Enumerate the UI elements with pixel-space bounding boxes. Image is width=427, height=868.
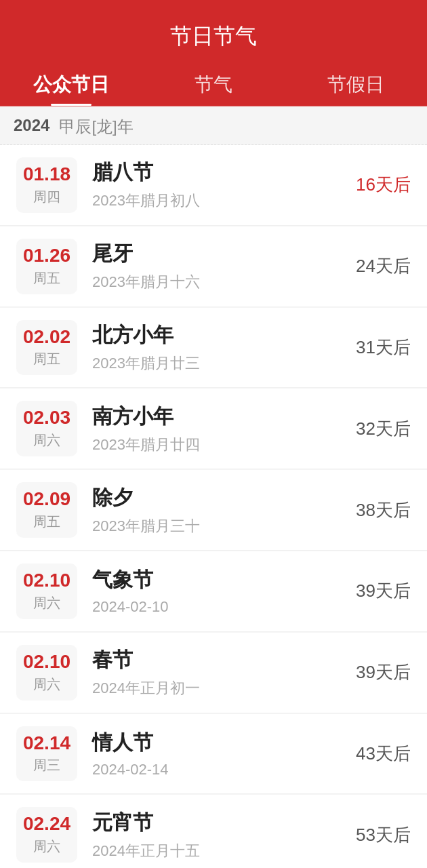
days-remaining: 39天后 [350,660,411,684]
date-week: 周六 [22,675,72,694]
days-remaining: 31天后 [350,336,411,359]
festival-info: 北方小年 2023年腊月廿三 [92,321,350,374]
festival-name: 春节 [92,646,350,674]
festival-info: 南方小年 2023年腊月廿四 [92,403,350,455]
date-box: 02.10 周六 [16,645,77,701]
date-main: 02.10 [22,652,72,673]
date-week: 周三 [22,756,72,774]
date-week: 周五 [22,269,72,288]
festival-name: 气象节 [92,566,350,594]
tab-statutory-holidays[interactable]: 节假日 [285,62,427,106]
days-remaining: 39天后 [350,579,411,603]
list-item[interactable]: 01.26 周五 尾牙 2023年腊月十六 24天后 [0,226,427,307]
festival-name: 除夕 [92,484,350,512]
date-week: 周四 [22,188,72,206]
date-week: 周五 [22,513,72,531]
date-box: 02.09 周五 [16,482,77,538]
festival-name: 元宵节 [92,809,350,837]
festival-name: 北方小年 [92,321,350,349]
date-box: 02.03 周六 [16,401,77,456]
date-week: 周六 [22,431,72,450]
date-week: 周五 [22,350,72,368]
days-remaining: 24天后 [350,254,411,278]
days-remaining: 53天后 [350,823,411,847]
festival-info: 气象节 2024-02-10 [92,566,350,616]
festival-info: 腊八节 2023年腊月初八 [92,159,350,211]
days-remaining: 16天后 [350,173,411,197]
page-title: 节日节气 [0,12,427,62]
list-item[interactable]: 02.03 周六 南方小年 2023年腊月廿四 32天后 [0,389,427,469]
days-remaining: 43天后 [350,742,411,766]
date-main: 01.18 [22,164,72,185]
header: 节日节气 公众节日 节气 节假日 [0,0,427,106]
tab-solar-terms[interactable]: 节气 [142,62,285,106]
date-main: 02.24 [22,814,72,835]
festival-info: 情人节 2024-02-14 [92,729,350,778]
date-box: 01.26 周五 [16,239,77,294]
date-box: 01.18 周四 [16,157,77,213]
festival-lunar: 2023年腊月十六 [92,272,350,292]
festival-lunar: 2024年正月初一 [92,678,350,698]
festival-lunar: 2024-02-10 [92,598,350,616]
days-remaining: 38天后 [350,498,411,522]
festival-lunar: 2023年腊月廿四 [92,435,350,455]
date-main: 02.03 [22,408,72,429]
list-item[interactable]: 02.10 周六 气象节 2024-02-10 39天后 [0,551,427,632]
date-week: 周六 [22,837,72,856]
festival-list: 01.18 周四 腊八节 2023年腊月初八 16天后 01.26 周五 尾牙 … [0,145,427,868]
list-item[interactable]: 02.09 周五 除夕 2023年腊月三十 38天后 [0,470,427,551]
festival-name: 尾牙 [92,240,350,268]
date-main: 02.14 [22,733,72,754]
year-section: 2024 甲辰[龙]年 [0,106,427,144]
date-box: 02.02 周五 [16,320,77,376]
festival-info: 尾牙 2023年腊月十六 [92,240,350,292]
festival-name: 情人节 [92,729,350,757]
festival-info: 春节 2024年正月初一 [92,646,350,698]
zodiac-year: 甲辰[龙]年 [59,116,133,138]
list-item[interactable]: 01.18 周四 腊八节 2023年腊月初八 16天后 [0,145,427,226]
festival-info: 除夕 2023年腊月三十 [92,484,350,536]
date-main: 02.02 [22,327,72,348]
tab-bar: 公众节日 节气 节假日 [0,62,427,106]
festival-lunar: 2023年腊月三十 [92,516,350,536]
date-main: 01.26 [22,245,72,267]
date-box: 02.14 周三 [16,726,77,782]
date-main: 02.10 [22,570,72,591]
days-remaining: 32天后 [350,417,411,441]
list-item[interactable]: 02.24 周六 元宵节 2024年正月十五 53天后 [0,795,427,868]
festival-info: 元宵节 2024年正月十五 [92,809,350,861]
festival-name: 腊八节 [92,159,350,186]
festival-lunar: 2023年腊月廿三 [92,353,350,374]
festival-lunar: 2023年腊月初八 [92,191,350,211]
year-number: 2024 [14,116,49,138]
date-main: 02.09 [22,489,72,510]
festival-lunar: 2024-02-14 [92,761,350,778]
list-item[interactable]: 02.02 周五 北方小年 2023年腊月廿三 31天后 [0,308,427,389]
date-box: 02.10 周六 [16,564,77,619]
festival-name: 南方小年 [92,403,350,431]
tab-public-holidays[interactable]: 公众节日 [0,62,142,106]
date-box: 02.24 周六 [16,807,77,863]
list-item[interactable]: 02.14 周三 情人节 2024-02-14 43天后 [0,714,427,795]
date-week: 周六 [22,594,72,612]
festival-lunar: 2024年正月十五 [92,841,350,861]
list-item[interactable]: 02.10 周六 春节 2024年正月初一 39天后 [0,633,427,713]
